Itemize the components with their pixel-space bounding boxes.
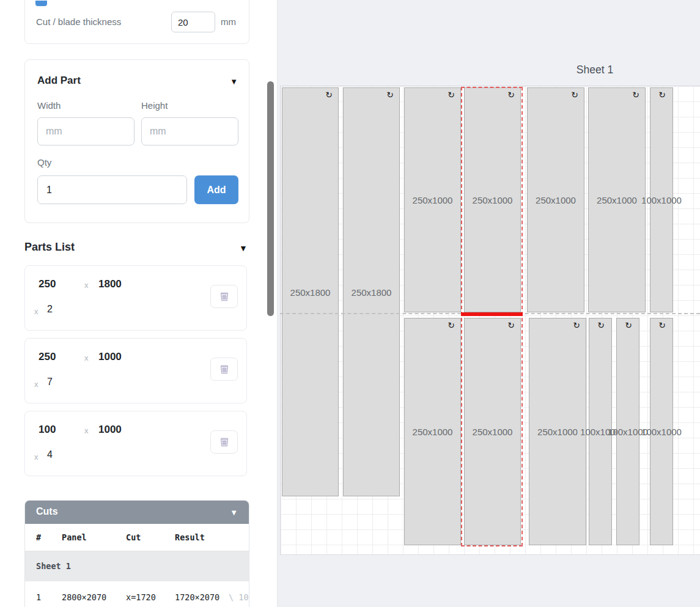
panel-part[interactable]: ↻ 100x1000 [650,87,673,312]
part-qty: 7 [47,377,53,388]
multiply-sign: x [84,426,89,435]
qty-prefix: x [34,307,39,316]
part-width: 100 [39,424,56,436]
blade-thickness-label: Cut / blade thickness [36,17,121,27]
rotate-icon[interactable]: ↻ [386,90,394,100]
collapse-arrow-icon[interactable]: ▼ [230,508,238,517]
qty-prefix: x [34,380,39,389]
panel-size-label: 100x1000 [641,427,682,437]
blade-unit-label: mm [221,17,236,27]
highlighted-cut-line [461,312,523,316]
cuts-col-cut: Cut [126,532,141,542]
part-width: 250 [39,351,56,363]
cuts-card: Cuts ▼ # Panel Cut Result Sheet 1 1 2800… [24,500,249,607]
width-input[interactable] [37,117,134,145]
delete-part-button[interactable] [210,285,238,308]
rotate-icon[interactable]: ↻ [573,320,580,330]
cut-position: x=1720 [126,592,156,602]
cuts-title: Cuts [36,506,58,517]
panel-size-label: 250x1000 [536,195,576,205]
qty-prefix: x [34,452,39,462]
delete-part-button[interactable] [210,430,238,454]
panel-size-label: 250x1000 [537,427,578,437]
part-list-item: 100 x 1000 x 4 [24,411,247,476]
rotate-icon[interactable]: ↻ [658,320,666,330]
cuts-col-panel: Panel [62,532,87,542]
sheet-title: Sheet 1 [489,64,700,76]
selection-dashed-rect [461,87,523,546]
add-part-button[interactable]: Add [194,175,238,204]
rotate-icon[interactable]: ↻ [325,90,333,100]
cuts-table-row[interactable]: 1 2800×2070 x=1720 1720×2070 \ 108 [25,581,249,607]
rotate-icon[interactable]: ↻ [658,90,666,100]
part-qty: 2 [47,304,53,315]
blade-settings-card: Cut / blade thickness mm [24,0,249,44]
panel-size-label: 250x1000 [413,195,453,205]
part-height: 1000 [98,424,122,436]
part-qty: 4 [47,449,53,460]
multiply-sign: x [84,353,89,362]
part-list-item: 250 x 1800 x 2 [24,265,247,331]
part-list-item: 250 x 1000 x 7 [24,338,247,403]
panel-part[interactable]: ↻ 250x1800 [343,87,400,496]
cuts-group-label: Sheet 1 [36,561,71,571]
delete-part-button[interactable] [210,358,238,381]
panel-part[interactable]: ↻ 250x1000 [404,87,461,312]
panel-size-label: 100x1000 [641,195,682,205]
sidebar: Cut / blade thickness mm Add Part ▼ Widt… [0,0,278,607]
cuts-header[interactable]: Cuts ▼ [25,501,249,524]
qty-label: Qty [37,157,51,167]
cut-num: 1 [36,592,41,602]
cuts-col-result: Result [175,532,205,542]
rotate-icon[interactable]: ↻ [597,320,605,330]
panel-part[interactable]: ↻ 250x1000 [588,87,646,312]
trash-icon [218,290,230,303]
cut-result: 1720×2070 [175,592,219,602]
add-part-card: Add Part ▼ Width Height Qty Add [24,59,249,223]
qty-input[interactable] [37,175,187,204]
height-label: Height [141,100,168,111]
rotate-icon[interactable]: ↻ [571,90,578,100]
parts-list-title: Parts List [24,241,75,254]
trash-icon [218,363,230,375]
cuts-col-num: # [36,532,41,542]
part-height: 1800 [98,278,122,290]
panel-size-label: 250x1800 [352,287,392,297]
rotate-icon[interactable]: ↻ [632,90,639,100]
panel-part[interactable]: ↻ 250x1000 [527,87,584,312]
height-input[interactable] [141,117,238,145]
width-label: Width [37,100,61,111]
checkbox-checked[interactable] [35,1,47,6]
cut-rest: \ 108 [229,592,249,602]
multiply-sign: x [84,281,89,290]
blade-thickness-input[interactable] [171,12,215,32]
app-root: Cut / blade thickness mm Add Part ▼ Widt… [0,0,700,607]
panel-size-label: 250x1800 [290,287,331,297]
trash-icon [218,436,230,448]
sidebar-scrollbar-thumb[interactable] [267,81,274,316]
rotate-icon[interactable]: ↻ [448,90,455,100]
panel-part[interactable]: ↻ 250x1000 [529,318,586,545]
panel-size-label: 250x1000 [597,195,637,205]
cut-panel: 2800×2070 [62,592,106,602]
collapse-arrow-icon[interactable]: ▼ [239,243,248,253]
collapse-arrow-icon[interactable]: ▼ [230,77,238,86]
panel-part[interactable]: ↻ 250x1800 [282,87,339,496]
part-width: 250 [39,278,56,290]
panel-part[interactable]: ↻ 100x1000 [616,318,639,545]
add-part-title: Add Part [37,75,81,87]
cuts-group-row: Sheet 1 [25,551,249,582]
panel-part[interactable]: ↻ 100x1000 [650,318,673,545]
panel-part[interactable]: ↻ 250x1000 [404,318,461,545]
rotate-icon[interactable]: ↻ [448,320,455,330]
rotate-icon[interactable]: ↻ [625,320,632,330]
part-height: 1000 [98,351,122,363]
panel-size-label: 250x1000 [413,427,453,437]
